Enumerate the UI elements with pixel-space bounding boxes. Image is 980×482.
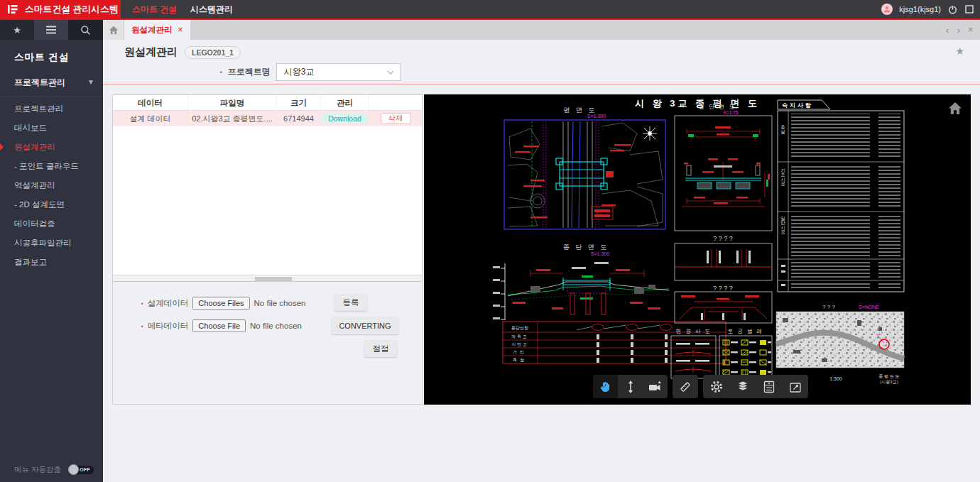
maximize-icon[interactable] [964,4,974,14]
earthwork-swatches [723,340,771,375]
sidebar: 스마트 건설 프로젝트관리 ▼ 프로젝트관리 대시보드 원설계관리 - 포인트 … [0,40,103,482]
table-header-row: 데이터 파일명 크기 관리 [113,95,422,111]
col-header-data: 데이터 [113,95,187,111]
top-menu-system-admin[interactable]: 시스템관리 [190,0,233,18]
delete-button[interactable]: 삭제 [381,113,411,124]
expand-icon [788,380,802,394]
top-menu-smart-construction[interactable]: 스마트 건설 [132,0,177,18]
row-label-alignment: 종단선형 [511,326,528,330]
north-arrow-icon [643,126,657,141]
file-table: 데이터 파일명 크기 관리 설계 데이터 02.시왕3교 종평면도.... 67… [113,95,422,275]
map-caption: ? ? ? [822,304,835,310]
search-button[interactable] [68,20,103,40]
layers-icon [736,380,750,394]
cell-data-type: 설계 데이터 [113,111,187,126]
meta-data-upload-row: ▪ 메타데이터 Choose File No file chosen [141,319,302,332]
power-icon[interactable] [947,4,958,15]
tab-strip: ★ 원설계관리 × ‹ › × [0,20,980,40]
tab-wonseolgye[interactable]: 원설계관리 × [124,20,190,40]
design-data-upload-row: ▪ 설계데이터 Choose Files No file chosen [141,297,305,310]
notes-title: 숙지사항 [782,102,813,109]
sidebar-item-postconstruction-files[interactable]: 시공후파일관리 [0,234,103,253]
pan-tool-button[interactable] [593,375,618,398]
node-button[interactable]: 절점 [364,340,397,357]
register-button[interactable]: 등록 [334,294,367,311]
chevron-down-icon [387,70,394,75]
no-file-text: No file chosen [250,322,302,330]
cross-label: 횡 단 면 도 [699,104,736,110]
sidebar-item-data-validation[interactable]: 데이터검증 [0,214,103,234]
sidebar-section-label: 프로젝트관리 [14,77,65,87]
map-scale: S=NONE [859,305,879,310]
cell-filename: 02.시왕3교 종평면도.... [187,111,276,126]
notes-section-common: 일반시공 [780,213,786,235]
drawing-title: 시 왕 3교 종 평 면 도 [635,98,760,109]
zoom-vertical-button[interactable] [618,375,643,398]
sidebar-item-original-design[interactable]: 원설계관리 [0,138,103,157]
cad-drawing[interactable]: 시 왕 3교 종 평 면 도 평 면 도 S=1:300 [424,94,971,405]
camera-view-button[interactable] [643,375,668,398]
profile-scale: S=1:300 [591,251,609,256]
viewer-home-button[interactable] [948,102,962,118]
search-icon [80,25,91,35]
scrollbar-thumb[interactable] [255,277,292,281]
menu-autohide-label: 메뉴 자동감춤 [14,465,61,475]
toolbar-group-settings [703,375,808,398]
tab-scroll-prev-icon[interactable]: ‹ [946,20,949,40]
tab-close-icon[interactable]: × [178,25,183,35]
brand[interactable]: 스마트건설 관리시스템 [0,0,121,18]
favorite-star-icon[interactable]: ★ [955,45,964,57]
project-name-select[interactable]: 시왕3교 [276,63,401,81]
active-arrow-icon [0,143,4,150]
converting-button[interactable]: CONVERTING [332,317,398,334]
sidebar-item-result-report[interactable]: 결과보고 [0,253,103,272]
tab-label: 원설계관리 [131,25,173,35]
menu-button[interactable] [34,20,68,40]
sidebar-footer: 메뉴 자동감춤 OFF [0,465,103,475]
bridge-outline [556,158,607,190]
sidebar-item-2d-drawing[interactable]: - 2D 설계도면 [0,195,103,214]
sidebar-section-project[interactable]: 프로젝트관리 ▼ [0,68,103,97]
sidebar-title: 스마트 건설 [0,40,103,68]
measure-button[interactable] [673,375,698,398]
profile-label: 종 단 면 도 [563,243,609,251]
row-label-station: 측점 [513,358,527,362]
cross-scale: S=1:75 [724,110,739,115]
notes-panel: 숙지사항 총설 기초시공 일반시공 [778,100,904,292]
plan-label: 평 면 도 [563,106,597,114]
choose-file-button[interactable]: Choose File [192,319,246,332]
avatar[interactable] [881,4,893,15]
sheet-properties-button[interactable] [756,375,782,398]
footer-label-line2: (시왕3교) [880,380,898,384]
menu-autohide-toggle[interactable]: OFF [68,465,94,475]
app-root: 스마트건설 관리시스템 스마트 건설 시스템관리 kjsg1(kjsg1) ★ [0,0,980,482]
sidebar-item-reverse-design[interactable]: 역설계관리 [0,176,103,195]
main-content: 원설계관리 LEGO201_1 ★ ▪ 프로젝트명 시왕3교 데이터 파일명 크… [103,40,980,482]
sidebar-item-project-mgmt[interactable]: 프로젝트관리 [0,99,103,119]
cad-viewer[interactable]: 시 왕 3교 종 평 면 도 평 면 도 S=1:300 [424,94,971,405]
download-button[interactable]: Download [322,114,367,124]
sidebar-item-dashboard[interactable]: 대시보드 [0,119,103,138]
horizontal-scrollbar[interactable] [113,275,422,282]
settings-button[interactable] [703,375,729,398]
row-label-distance: 거리 [513,350,527,354]
notes-section-general: 총설 [780,122,786,134]
layers-button[interactable] [729,375,756,398]
required-bullet-icon: ▪ [141,323,143,329]
map-inset: ? ? ? S=NONE 1:300 종 평 면 도 (시왕3교) [776,304,904,384]
toggle-knob [68,464,79,475]
col-header-extra [369,95,422,111]
table-row[interactable]: 설계 데이터 02.시왕3교 종평면도.... 6714944 Download… [113,111,422,126]
tab-closeall-icon[interactable]: × [968,20,973,40]
page-title: 원설계관리 [124,45,178,59]
viewer-toolbar [593,375,808,398]
sidebar-item-point-cloud[interactable]: - 포인트 클라우드 [0,157,103,176]
choose-files-button[interactable]: Choose Files [192,297,249,310]
meta-data-label: 메타데이터 [148,321,189,332]
fullscreen-button[interactable] [782,375,808,398]
home-tab-button[interactable] [103,20,124,40]
app-logo-icon [7,4,18,14]
tab-scroll-next-icon[interactable]: › [957,20,960,40]
favorites-button[interactable]: ★ [0,20,34,40]
col-header-filename: 파일명 [187,95,276,111]
